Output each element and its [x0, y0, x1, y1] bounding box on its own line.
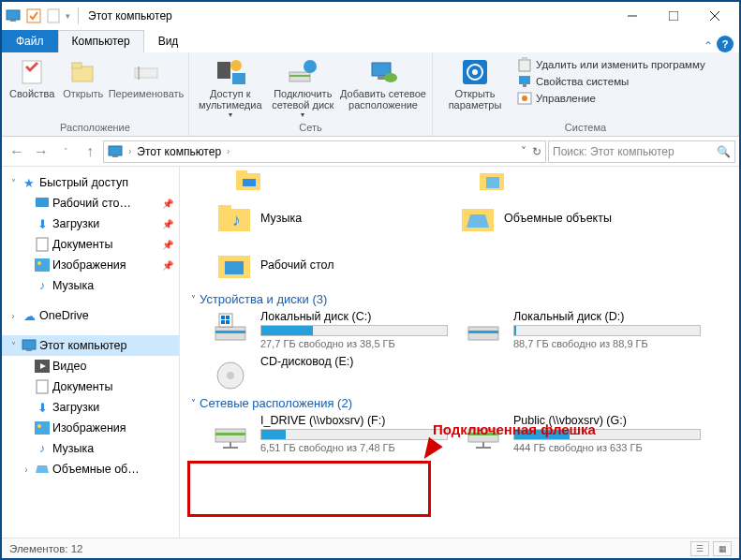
properties-button[interactable]: Свойства: [7, 55, 57, 99]
sidebar-item-pictures[interactable]: Изображения📌: [2, 255, 179, 275]
breadcrumb[interactable]: › Этот компьютер › ˅↻: [103, 140, 546, 163]
ribbon: Свойства Открыть Переименовать Расположе…: [2, 52, 739, 137]
tab-file[interactable]: Файл: [2, 30, 58, 52]
svg-rect-1: [10, 20, 16, 22]
svg-rect-56: [225, 261, 244, 274]
svg-point-14: [230, 60, 242, 71]
svg-rect-34: [37, 238, 48, 251]
folder-item[interactable]: [187, 167, 431, 195]
svg-rect-26: [522, 57, 527, 61]
sidebar-item-downloads[interactable]: ⬇Загрузки📌: [2, 214, 179, 234]
sidebar-item-documents[interactable]: Документы📌: [2, 234, 179, 255]
up-button[interactable]: ↑: [79, 140, 101, 163]
svg-rect-69: [215, 433, 245, 435]
group-netloc-header[interactable]: ˅Сетевые расположения (2): [187, 392, 732, 414]
pin-icon: 📌: [162, 219, 173, 229]
close-button[interactable]: [694, 3, 735, 29]
sidebar-onedrive[interactable]: ›☁OneDrive: [2, 305, 179, 326]
annotation-highlight: [187, 461, 431, 517]
ribbon-collapse-icon[interactable]: ⌃: [700, 39, 717, 52]
netdrive-f[interactable]: I_DRIVE (\\vboxsrv) (F:)6,51 ГБ свободно…: [214, 414, 448, 453]
svg-rect-62: [221, 320, 225, 324]
rename-button[interactable]: Переименовать: [110, 55, 183, 99]
drive-c[interactable]: Локальный диск (C:)27,7 ГБ свободно из 3…: [214, 310, 448, 349]
folder-music[interactable]: ♪Музыка: [187, 195, 431, 242]
svg-point-36: [37, 261, 41, 265]
drive-e[interactable]: CD-дисковод (E:): [214, 355, 448, 392]
group-drives-header[interactable]: ˅Устройства и диски (3): [187, 288, 732, 310]
svg-rect-17: [289, 75, 310, 77]
help-icon[interactable]: ?: [717, 36, 734, 52]
sidebar-item-downloads-pc[interactable]: ⬇Загрузки: [2, 397, 179, 418]
maximize-button[interactable]: [653, 3, 694, 29]
drive-d[interactable]: Локальный диск (D:)88,7 ГБ свободно из 8…: [467, 310, 701, 349]
svg-rect-35: [35, 258, 50, 272]
svg-rect-37: [22, 340, 36, 349]
title-bar: ▾ Этот компьютер: [2, 2, 739, 30]
open-settings-button[interactable]: Открыть параметры: [438, 55, 511, 111]
svg-point-30: [522, 96, 527, 101]
sidebar-this-pc[interactable]: ˅Этот компьютер: [2, 335, 179, 356]
svg-rect-42: [35, 421, 50, 435]
refresh-icon[interactable]: ↻: [532, 145, 541, 158]
pin-icon: 📌: [162, 199, 173, 209]
qat-checkbox-icon[interactable]: [26, 8, 41, 23]
pin-icon: 📌: [162, 240, 173, 250]
tab-view[interactable]: Вид: [144, 30, 193, 52]
history-dropdown[interactable]: ˅: [54, 140, 77, 163]
folder-desktop[interactable]: Рабочий стол: [187, 242, 431, 288]
svg-rect-63: [226, 320, 230, 324]
svg-rect-31: [109, 146, 122, 155]
system-properties-button[interactable]: Свойства системы: [517, 74, 705, 89]
sidebar-item-music[interactable]: ♪Музыка: [2, 275, 179, 296]
svg-point-43: [37, 424, 41, 428]
svg-rect-13: [217, 62, 230, 79]
svg-rect-33: [36, 198, 49, 207]
sidebar-item-videos[interactable]: Видео: [2, 356, 179, 376]
status-count: Элементов: 12: [9, 543, 82, 554]
back-button[interactable]: ←: [6, 140, 28, 163]
content-area: ♪Музыка Объемные объекты Рабочий стол ˅У…: [180, 167, 739, 538]
map-drive-button[interactable]: Подключить сетевой диск▾: [268, 55, 339, 120]
view-details-button[interactable]: ☰: [690, 541, 709, 556]
folder-3d[interactable]: Объемные объекты: [431, 195, 674, 242]
group-system-label: Система: [438, 122, 733, 136]
minimize-button[interactable]: [612, 3, 653, 29]
ribbon-tabs: Файл Компьютер Вид ⌃ ?: [2, 30, 739, 52]
sidebar-item-desktop[interactable]: Рабочий сто…📌: [2, 193, 179, 214]
search-input[interactable]: Поиск: Этот компьютер 🔍: [548, 140, 735, 163]
svg-rect-5: [669, 11, 678, 21]
addr-dropdown-icon[interactable]: ˅: [521, 145, 526, 158]
sidebar-item-3d[interactable]: ›Объемные об…: [2, 459, 179, 479]
group-location-label: Расположение: [7, 122, 183, 136]
svg-text:♪: ♪: [232, 211, 241, 229]
annotation-label: Подключенная флешка: [433, 421, 596, 437]
qat-doc-icon[interactable]: [47, 8, 60, 23]
open-button[interactable]: Открыть: [59, 55, 109, 99]
qat-dropdown-icon[interactable]: ▾: [66, 11, 70, 21]
svg-rect-27: [519, 76, 530, 84]
uninstall-button[interactable]: Удалить или изменить программу: [517, 57, 705, 72]
svg-rect-38: [26, 349, 32, 351]
forward-button[interactable]: →: [30, 140, 52, 163]
svg-rect-60: [221, 316, 225, 319]
sidebar-quick-access[interactable]: ˅★Быстрый доступ: [2, 172, 179, 193]
sidebar-item-documents-pc[interactable]: Документы: [2, 376, 179, 397]
svg-rect-65: [468, 331, 498, 333]
media-access-button[interactable]: Доступ к мультимедиа▾: [195, 55, 266, 120]
view-icons-button[interactable]: ▦: [713, 541, 732, 556]
star-icon: ★: [21, 174, 37, 191]
svg-rect-15: [232, 73, 245, 84]
sidebar-item-music-pc[interactable]: ♪Музыка: [2, 438, 179, 459]
sidebar-item-pictures-pc[interactable]: Изображения: [2, 418, 179, 438]
svg-rect-20: [378, 76, 385, 80]
tab-computer[interactable]: Компьютер: [58, 30, 144, 52]
address-bar: ← → ˅ ↑ › Этот компьютер › ˅↻ Поиск: Это…: [2, 137, 739, 167]
search-icon: 🔍: [717, 145, 731, 158]
add-network-button[interactable]: Добавить сетевое расположение: [340, 55, 426, 111]
manage-button[interactable]: Управление: [517, 91, 705, 106]
pin-icon: 📌: [162, 260, 173, 271]
svg-marker-47: [243, 179, 256, 186]
svg-rect-0: [7, 10, 20, 20]
folder-item[interactable]: [431, 167, 674, 195]
